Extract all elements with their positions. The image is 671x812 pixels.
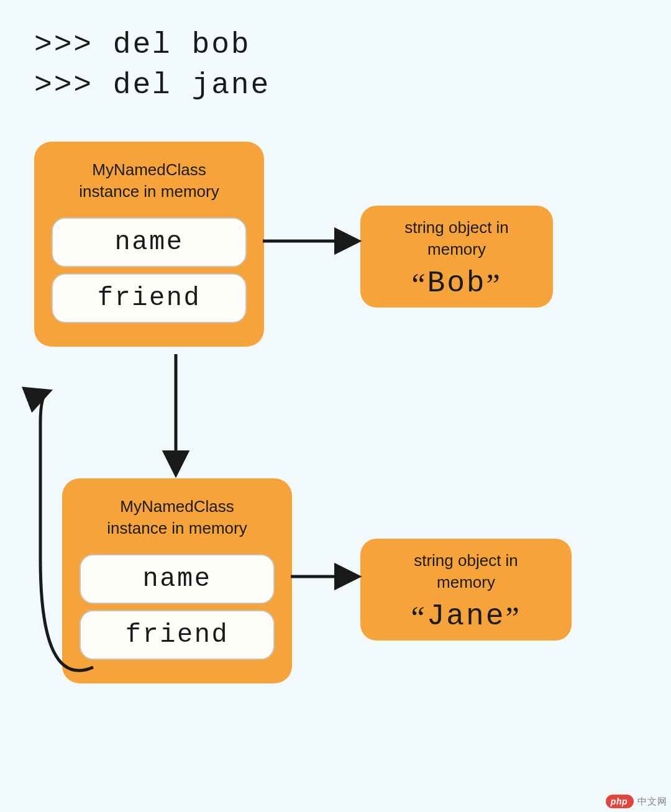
attr-name: name xyxy=(80,554,275,604)
attr-friend: friend xyxy=(52,273,247,323)
string-object-jane: string object in memory “Jane” xyxy=(360,539,572,641)
string-label-line: memory xyxy=(427,240,486,258)
string-text: Bob xyxy=(427,267,486,300)
string-label-line: memory xyxy=(437,573,495,591)
watermark-pill: php xyxy=(606,795,634,808)
watermark: php 中文网 xyxy=(606,795,667,808)
string-value: “Bob” xyxy=(375,263,538,300)
instance-class-name: MyNamedClass xyxy=(120,497,234,516)
close-quote-icon: ” xyxy=(505,600,521,635)
close-quote-icon: ” xyxy=(486,267,502,302)
code-line: >>> del bob xyxy=(34,28,251,62)
instance-header: MyNamedClass instance in memory xyxy=(47,155,252,211)
open-quote-icon: “ xyxy=(411,600,427,635)
string-label-line: string object in xyxy=(414,551,518,570)
instance-class-name: MyNamedClass xyxy=(92,160,206,179)
attr-name: name xyxy=(52,217,247,267)
instance-header: MyNamedClass instance in memory xyxy=(75,492,280,548)
string-value: “Jane” xyxy=(375,596,557,633)
string-label: string object in memory xyxy=(375,217,538,260)
string-object-bob: string object in memory “Bob” xyxy=(360,206,553,308)
instance-subtitle: instance in memory xyxy=(79,182,219,201)
watermark-text: 中文网 xyxy=(637,796,667,808)
arrows-layer xyxy=(0,0,671,812)
string-label-line: string object in xyxy=(404,218,509,237)
open-quote-icon: “ xyxy=(411,267,427,302)
instance-box-jane: MyNamedClass instance in memory name fri… xyxy=(62,478,292,683)
string-text: Jane xyxy=(427,600,506,633)
instance-box-bob: MyNamedClass instance in memory name fri… xyxy=(34,142,264,347)
code-line: >>> del jane xyxy=(34,68,270,102)
string-label: string object in memory xyxy=(375,550,557,593)
instance-subtitle: instance in memory xyxy=(107,519,247,537)
code-block: >>> del bob >>> del jane xyxy=(34,25,270,106)
attr-friend: friend xyxy=(80,610,275,660)
